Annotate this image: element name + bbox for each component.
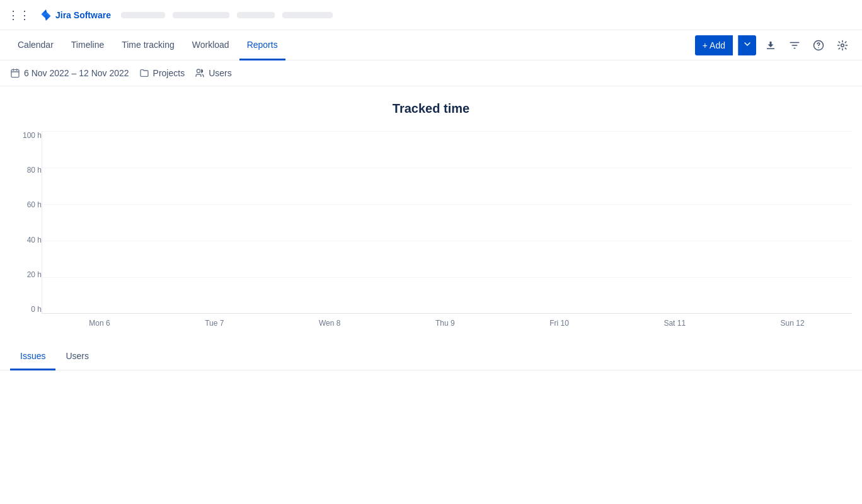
bottom-tabs: Issues Users: [0, 343, 862, 370]
skeleton-4: [282, 12, 333, 18]
x-label-thu9: Thu 9: [435, 319, 455, 328]
skeleton-1: [121, 12, 165, 18]
grid-line-80: [42, 168, 852, 168]
grid-line-60: [42, 204, 852, 205]
add-dropdown-button[interactable]: [738, 35, 756, 55]
jira-logo-icon: [40, 9, 52, 21]
x-label-wen8: Wen 8: [319, 319, 340, 328]
x-label-sat11: Sat 11: [664, 319, 686, 328]
svg-rect-3: [11, 70, 19, 77]
chart-grid: [42, 131, 852, 314]
folder-icon: [139, 68, 149, 78]
filter-icon: [789, 40, 800, 51]
filter-bar: 6 Nov 2022 – 12 Nov 2022 Projects Users: [0, 60, 862, 86]
settings-button[interactable]: [833, 36, 852, 55]
chart-area: 100 h 80 h 60 h 40 h 20 h 0 h Mon 6 Tue …: [10, 131, 852, 333]
top-bar: ⋮⋮ Jira Software: [0, 0, 862, 30]
y-label-40h: 40 h: [10, 236, 42, 244]
projects-label: Projects: [153, 68, 185, 78]
tab-reports[interactable]: Reports: [239, 31, 285, 60]
svg-point-4: [197, 69, 200, 72]
y-label-0h: 0 h: [10, 305, 42, 314]
x-axis: Mon 6 Tue 7 Wen 8 Thu 9 Fri 10 Sat 11 Su…: [42, 314, 852, 333]
grid-line-40: [42, 241, 852, 241]
chevron-down-icon: [744, 40, 751, 48]
svg-point-2: [841, 43, 844, 47]
y-label-80h: 80 h: [10, 166, 42, 175]
svg-point-1: [818, 47, 819, 49]
tab-calendar[interactable]: Calendar: [10, 31, 61, 60]
users-filter[interactable]: Users: [195, 68, 232, 78]
y-label-60h: 60 h: [10, 200, 42, 209]
filter-button[interactable]: [785, 36, 804, 55]
tab-users[interactable]: Users: [55, 343, 99, 370]
y-label-100h: 100 h: [10, 131, 42, 140]
help-icon: [813, 40, 824, 51]
grid-line-20: [42, 277, 852, 278]
chart-title: Tracked time: [10, 101, 852, 116]
nav-tabs: Calendar Timeline Time tracking Workload…: [10, 30, 285, 60]
skeleton-2: [173, 12, 229, 18]
x-label-mon6: Mon 6: [89, 319, 110, 328]
download-button[interactable]: [761, 36, 780, 55]
y-label-20h: 20 h: [10, 270, 42, 279]
nav-actions: + Add: [695, 35, 852, 55]
brand-name: Jira Software: [55, 10, 111, 20]
top-bar-skeletons: [121, 12, 854, 18]
main-nav: Calendar Timeline Time tracking Workload…: [0, 30, 862, 60]
app-grid-icon[interactable]: ⋮⋮: [8, 8, 30, 22]
date-range-label: 6 Nov 2022 – 12 Nov 2022: [24, 68, 129, 78]
help-button[interactable]: [809, 36, 828, 55]
users-icon: [195, 68, 205, 78]
chart-container: Tracked time 100 h 80 h 60 h 40 h 20 h 0…: [0, 86, 862, 333]
tab-time-tracking[interactable]: Time tracking: [114, 31, 182, 60]
skeleton-3: [237, 12, 275, 18]
settings-icon: [837, 40, 848, 51]
projects-filter[interactable]: Projects: [139, 68, 185, 78]
grid-line-100: [42, 131, 852, 132]
calendar-icon: [10, 68, 20, 78]
x-label-tue7: Tue 7: [205, 319, 224, 328]
tab-issues[interactable]: Issues: [10, 343, 55, 370]
tab-workload[interactable]: Workload: [185, 31, 237, 60]
users-label: Users: [209, 68, 232, 78]
x-label-fri10: Fri 10: [549, 319, 569, 328]
tab-timeline[interactable]: Timeline: [64, 31, 112, 60]
x-label-sun12: Sun 12: [781, 319, 805, 328]
download-icon: [765, 40, 776, 51]
date-range-filter[interactable]: 6 Nov 2022 – 12 Nov 2022: [10, 68, 129, 78]
brand-logo[interactable]: Jira Software: [40, 9, 111, 21]
chart-body: Mon 6 Tue 7 Wen 8 Thu 9 Fri 10 Sat 11 Su…: [42, 131, 852, 333]
add-button[interactable]: + Add: [695, 35, 733, 55]
grid-line-0: [42, 313, 852, 314]
y-axis: 100 h 80 h 60 h 40 h 20 h 0 h: [10, 131, 42, 333]
